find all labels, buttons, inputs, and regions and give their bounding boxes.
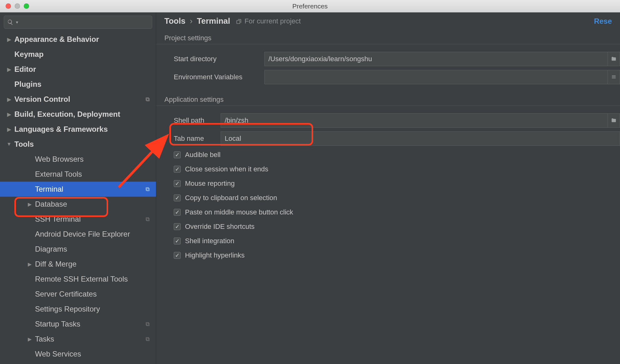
sidebar-item-languages-frameworks[interactable]: ▶Languages & Frameworks: [0, 122, 156, 137]
sidebar-item-diagrams[interactable]: Diagrams: [0, 242, 156, 257]
sidebar-item-label: Android Device File Explorer: [35, 230, 130, 239]
sidebar-item-label: Web Browsers: [35, 155, 84, 164]
checkbox[interactable]: [174, 180, 181, 187]
sidebar-item-label: Languages & Frameworks: [14, 125, 108, 134]
folder-icon: [611, 118, 617, 123]
checkbox-row-copy-to-clipboard-on-selection: Copy to clipboard on selection: [156, 191, 620, 205]
project-scope-icon: ⧉: [146, 186, 150, 193]
checkbox[interactable]: [174, 166, 181, 173]
sidebar-item-tools[interactable]: ▼Tools: [0, 137, 156, 152]
sidebar-item-diff-merge[interactable]: ▶Diff & Merge: [0, 257, 156, 272]
shell-path-input[interactable]: [221, 113, 608, 128]
search-dropdown-icon[interactable]: ▾: [16, 20, 18, 25]
titlebar: Preferences: [0, 0, 620, 12]
checkbox[interactable]: [174, 238, 181, 244]
chevron-right-icon: ▶: [6, 126, 12, 132]
browse-folder-button[interactable]: [608, 52, 620, 66]
checkbox-label: Close session when it ends: [185, 165, 268, 173]
window-title: Preferences: [0, 2, 620, 10]
checkbox-row-mouse-reporting: Mouse reporting: [156, 176, 620, 191]
chevron-right-icon: ▶: [6, 96, 12, 102]
for-current-project-badge: For current project: [236, 17, 301, 25]
checkbox-row-override-ide-shortcuts: Override IDE shortcuts: [156, 219, 620, 234]
sidebar-item-remote-ssh-external-tools[interactable]: Remote SSH External Tools: [0, 272, 156, 287]
sidebar-item-tasks[interactable]: ▶Tasks⧉: [0, 332, 156, 347]
tab-name-input[interactable]: [221, 131, 620, 146]
chevron-right-icon: ▶: [27, 261, 32, 267]
sidebar-item-label: Tasks: [35, 335, 54, 343]
checkbox-label: Highlight hyperlinks: [185, 251, 245, 259]
sidebar-item-appearance-behavior[interactable]: ▶Appearance & Behavior: [0, 32, 156, 47]
sidebar-item-label: Web Services: [35, 350, 81, 358]
tab-name-label: Tab name: [174, 135, 221, 143]
sidebar-item-label: Settings Repository: [35, 305, 100, 313]
sidebar-item-label: Version Control: [14, 95, 70, 104]
checkbox-label: Audible bell: [185, 151, 221, 159]
list-icon: [611, 74, 617, 80]
section-project-settings: Project settings: [156, 32, 620, 44]
chevron-right-icon: ▶: [6, 37, 12, 42]
start-directory-input[interactable]: [264, 52, 608, 66]
sidebar-item-label: Tools: [14, 140, 34, 149]
project-scope-icon: ⧉: [146, 336, 150, 342]
sidebar-item-label: Startup Tasks: [35, 320, 80, 328]
settings-content: Tools › Terminal For current project Res…: [156, 12, 620, 364]
breadcrumb-root[interactable]: Tools: [164, 16, 185, 26]
checkbox-row-shell-integration: Shell integration: [156, 234, 620, 248]
env-variables-label: Environment Variables: [174, 73, 264, 81]
sidebar-item-plugins[interactable]: Plugins: [0, 77, 156, 92]
checkbox-row-audible-bell: Audible bell: [156, 148, 620, 162]
project-scope-icon: ⧉: [146, 216, 150, 223]
sidebar-item-version-control[interactable]: ▶Version Control⧉: [0, 92, 156, 107]
sidebar-item-database[interactable]: ▶Database: [0, 197, 156, 212]
checkbox[interactable]: [174, 151, 181, 158]
chevron-right-icon: ▶: [6, 111, 12, 117]
sidebar-item-label: Diff & Merge: [35, 260, 77, 268]
sidebar-item-server-certificates[interactable]: Server Certificates: [0, 287, 156, 302]
breadcrumb: Tools › Terminal: [164, 16, 230, 26]
sidebar-item-build-execution-deployment[interactable]: ▶Build, Execution, Deployment: [0, 107, 156, 122]
project-scope-icon: ⧉: [146, 321, 150, 327]
settings-search[interactable]: ▾: [4, 16, 152, 29]
sidebar-item-label: Database: [35, 200, 67, 209]
env-variables-input[interactable]: [264, 70, 608, 84]
sidebar-item-label: Server Certificates: [35, 290, 97, 298]
sidebar-item-label: External Tools: [35, 170, 82, 179]
sidebar-item-label: Appearance & Behavior: [14, 35, 99, 44]
chevron-right-icon: ▶: [6, 66, 12, 72]
checkbox[interactable]: [174, 209, 181, 216]
sidebar-item-label: SSH Terminal: [35, 215, 81, 224]
env-variables-edit-button[interactable]: [608, 70, 620, 84]
settings-tree: ▶Appearance & BehaviorKeymap▶EditorPlugi…: [0, 32, 156, 364]
checkbox-row-highlight-hyperlinks: Highlight hyperlinks: [156, 248, 620, 263]
sidebar-item-label: Plugins: [14, 80, 42, 89]
sidebar-item-web-browsers[interactable]: Web Browsers: [0, 152, 156, 167]
sidebar-item-label: Keymap: [14, 50, 43, 59]
copy-icon: [236, 18, 242, 24]
sidebar-item-ssh-terminal[interactable]: SSH Terminal⧉: [0, 212, 156, 227]
shell-path-label: Shell path: [174, 116, 221, 125]
sidebar-item-web-services[interactable]: Web Services: [0, 347, 156, 362]
checkbox[interactable]: [174, 223, 181, 230]
checkbox[interactable]: [174, 194, 181, 201]
browse-shell-button[interactable]: [608, 113, 620, 128]
sidebar-item-terminal[interactable]: Terminal⧉: [0, 182, 156, 197]
sidebar-item-settings-repository[interactable]: Settings Repository: [0, 302, 156, 317]
sidebar-item-startup-tasks[interactable]: Startup Tasks⧉: [0, 317, 156, 332]
checkbox-row-paste-on-middle-mouse-button-click: Paste on middle mouse button click: [156, 205, 620, 219]
project-scope-icon: ⧉: [146, 96, 150, 103]
sidebar-item-android-device-file-explorer[interactable]: Android Device File Explorer: [0, 227, 156, 242]
sidebar-item-label: Build, Execution, Deployment: [14, 110, 120, 119]
checkbox[interactable]: [174, 252, 181, 259]
chevron-down-icon: ▼: [6, 141, 12, 147]
sidebar-item-keymap[interactable]: Keymap: [0, 47, 156, 62]
search-icon: [7, 19, 13, 25]
sidebar-item-external-tools[interactable]: External Tools: [0, 167, 156, 182]
reset-link[interactable]: Rese: [594, 17, 612, 26]
folder-icon: [611, 56, 617, 62]
breadcrumb-leaf: Terminal: [197, 16, 230, 26]
checkbox-label: Override IDE shortcuts: [185, 223, 255, 231]
chevron-right-icon: ▶: [27, 201, 32, 207]
sidebar-item-editor[interactable]: ▶Editor: [0, 62, 156, 77]
chevron-right-icon: ▶: [27, 336, 32, 342]
